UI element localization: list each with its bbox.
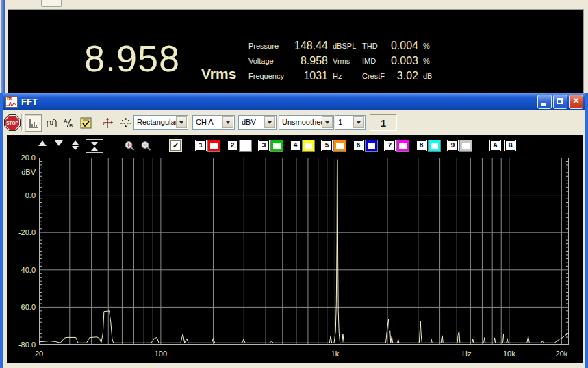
overlay-7-button[interactable]: 7	[385, 140, 395, 151]
overlay-8-button[interactable]: 8	[416, 140, 426, 151]
overlay-9-color-swatch[interactable]	[460, 140, 472, 151]
meter-display-panel: 8.958 Vrms Pressure148.44dBSPLTHD0.004%V…	[8, 9, 584, 94]
y-axis-tick-label: -80.0	[8, 341, 36, 349]
toolbar-separator	[21, 114, 24, 131]
overlay-4-color-swatch[interactable]	[303, 140, 314, 151]
meter-value: 0.004	[387, 40, 418, 52]
chevron-down-icon[interactable]	[353, 116, 364, 128]
spectrum-bars-icon	[27, 117, 39, 129]
smoothing-combobox[interactable]: Unsmoothed	[279, 115, 334, 130]
overlay-A-button[interactable]: A	[490, 140, 500, 151]
x-axis-tick-label: 20	[25, 349, 53, 358]
setup-checklist-button[interactable]	[77, 114, 94, 132]
averages-combobox[interactable]: 1	[335, 115, 366, 130]
x-axis-tick-label: 10k	[496, 349, 523, 358]
chevron-down-icon[interactable]	[222, 116, 233, 128]
fit-vertical-button[interactable]	[86, 139, 103, 153]
fft-window: fft FFT ✕ STOP AB	[0, 93, 588, 368]
zoom-out-button[interactable]	[140, 140, 152, 155]
expand-range-button[interactable]	[72, 140, 79, 150]
chevron-down-icon[interactable]	[322, 116, 333, 128]
meter-label: Pressure	[248, 42, 290, 50]
overlay-6-button[interactable]: 6	[353, 140, 363, 151]
overlay-1-color-swatch[interactable]	[208, 140, 220, 151]
fit-scale-button[interactable]	[117, 114, 134, 132]
fft-titlebar[interactable]: fft FFT ✕	[3, 93, 585, 110]
zoom-in-button[interactable]	[124, 140, 136, 155]
overlay-5-button[interactable]: 5	[322, 140, 332, 151]
svg-text:B: B	[69, 123, 73, 129]
down-arrow-icon	[72, 146, 79, 150]
overlay-5-color-swatch[interactable]	[334, 140, 346, 151]
zoom-out-icon	[140, 140, 152, 152]
channel-combobox[interactable]: CH A	[192, 115, 235, 130]
down-arrow-icon	[55, 140, 63, 146]
x-axis-tick-label: 100	[147, 349, 175, 358]
smoothing-value: Unsmoothed	[282, 118, 324, 126]
minimize-icon	[541, 103, 546, 106]
spectrum-mode-button[interactable]	[25, 114, 42, 132]
scroll-up-button[interactable]	[38, 140, 47, 146]
x-axis-unit-label: Hz	[453, 349, 481, 358]
meter-label: CrestF	[362, 72, 387, 80]
zoom-in-icon	[124, 140, 136, 152]
y-axis-tick-label: -20.0	[8, 228, 36, 236]
overlay-3-color-swatch[interactable]	[271, 140, 283, 151]
signal-generator-button[interactable]	[99, 114, 116, 132]
ab-compare-button[interactable]: AB	[60, 114, 77, 132]
overlay-9-button[interactable]: 9	[448, 140, 458, 151]
meter-value: 0.003	[387, 55, 418, 67]
chevron-down-icon[interactable]	[176, 116, 187, 128]
window-function-combobox[interactable]: Rectangular	[133, 115, 188, 130]
meter-value: 8.958	[290, 55, 328, 67]
y-axis-tick-label: 20.0	[8, 154, 36, 162]
meter-value: 1031	[290, 70, 328, 82]
fft-toolbar: STOP AB Rectangular	[3, 110, 585, 135]
meter-unit: dB	[418, 72, 435, 80]
y-axis-tick-label: -60.0	[8, 303, 36, 311]
spectrum-plot[interactable]	[39, 158, 569, 345]
overlay-2-button[interactable]: 2	[227, 140, 238, 151]
overlay-2-color-swatch[interactable]	[240, 140, 251, 151]
meter-readings: Pressure148.44dBSPLTHD0.004%Voltage8.958…	[248, 38, 435, 84]
overlay-1-button[interactable]: 1	[196, 140, 206, 151]
smoothed-spectrum-icon	[46, 117, 58, 129]
y-axis-tick-label: 0.0	[8, 191, 36, 199]
y-axis-tick-label: -40.0	[8, 266, 36, 274]
background-window-tab[interactable]	[41, 0, 62, 7]
overlay-6-color-swatch[interactable]	[366, 140, 377, 151]
channel-value: CH A	[196, 118, 214, 126]
meter-big-unit: Vrms	[201, 66, 236, 82]
scroll-down-button[interactable]	[55, 140, 63, 146]
meter-unit: %	[418, 42, 435, 50]
overlay-B-button[interactable]: B	[505, 140, 515, 151]
overlay-7-color-swatch[interactable]	[397, 140, 409, 151]
plot-frame	[40, 158, 569, 345]
window-function-value: Rectangular	[137, 118, 177, 126]
up-arrow-icon	[38, 140, 47, 146]
octave-band-mode-button[interactable]	[43, 114, 60, 132]
up-arrow-icon	[72, 140, 79, 145]
meter-label: Voltage	[248, 57, 290, 65]
meter-value: 3.02	[387, 70, 418, 82]
minimize-button[interactable]	[537, 95, 552, 109]
x-axis-tick-label: 20k	[548, 349, 575, 358]
overlay-visibility-checkbox[interactable]: ✓	[170, 140, 181, 151]
close-button[interactable]: ✕	[569, 95, 583, 109]
meter-unit: %	[418, 57, 435, 65]
dots-scale-icon	[120, 117, 131, 129]
axes-sine-icon	[101, 117, 114, 129]
units-combobox[interactable]: dBV	[238, 115, 277, 130]
overlay-4-button[interactable]: 4	[290, 140, 301, 151]
average-counter-display: 1	[370, 114, 397, 131]
meter-label: Frequency	[248, 72, 290, 80]
checklist-icon	[80, 117, 92, 129]
meter-window: 8.958 Vrms Pressure148.44dBSPLTHD0.004%V…	[0, 0, 588, 93]
overlay-3-button[interactable]: 3	[259, 140, 269, 151]
y-axis-unit-label: dBV	[8, 168, 36, 176]
chevron-down-icon[interactable]	[264, 116, 275, 128]
ab-compare-icon: AB	[63, 117, 75, 129]
stop-button[interactable]: STOP	[4, 114, 21, 131]
overlay-8-color-swatch[interactable]	[429, 140, 440, 151]
maximize-button[interactable]	[553, 95, 567, 109]
